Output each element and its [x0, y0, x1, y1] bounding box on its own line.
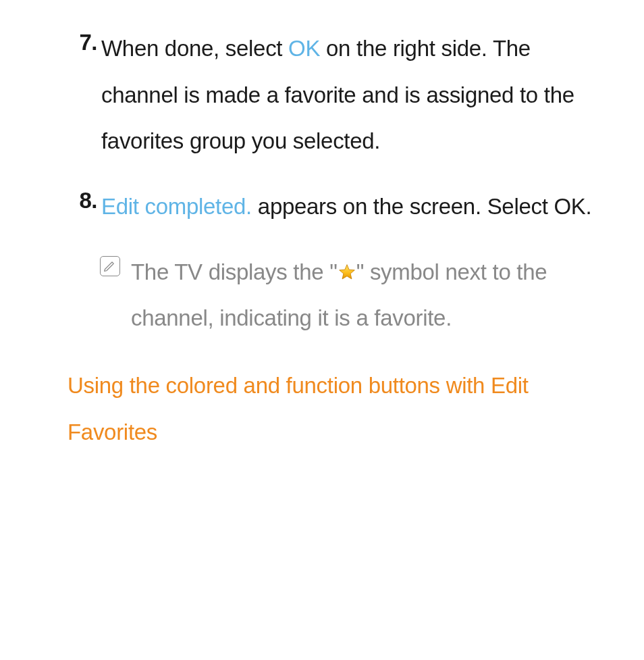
manual-page: 7. When done, select OK on the right sid… [0, 0, 644, 482]
note-body: The TV displays the " " symbol next to t… [131, 249, 610, 342]
step-8-edit-completed-highlight: Edit completed. [101, 194, 252, 219]
step-8-body: Edit completed. appears on the screen. S… [101, 184, 610, 230]
star-icon [338, 263, 356, 281]
note-icon [100, 256, 120, 276]
step-7: 7. When done, select OK on the right sid… [68, 26, 610, 165]
step-8-number: 8. [68, 185, 101, 216]
step-8-text-post: appears on the screen. Select OK. [252, 194, 591, 219]
section-heading: Using the colored and function buttons w… [68, 362, 610, 456]
step-7-number: 7. [68, 27, 101, 58]
step-7-body: When done, select OK on the right side. … [101, 26, 610, 165]
step-7-ok-highlight: OK [288, 36, 320, 61]
step-7-text-pre: When done, select [101, 36, 288, 61]
note-text-pre: The TV displays the " [131, 259, 338, 284]
note: The TV displays the " " symbol next to t… [100, 249, 610, 342]
step-8: 8. Edit completed. appears on the screen… [68, 184, 610, 230]
